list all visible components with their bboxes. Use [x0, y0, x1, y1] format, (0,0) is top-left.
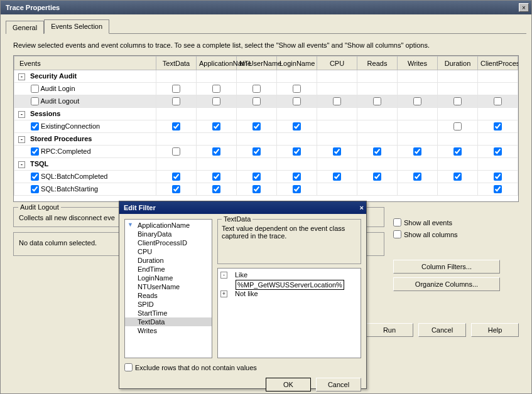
- cell[interactable]: [478, 70, 518, 83]
- column-checkbox[interactable]: [172, 85, 180, 93]
- column-list-item[interactable]: Reads: [125, 291, 212, 300]
- cell[interactable]: [438, 95, 478, 108]
- table-row[interactable]: Audit Login: [14, 83, 518, 95]
- cell[interactable]: [357, 158, 398, 171]
- cell[interactable]: [197, 146, 237, 158]
- cell[interactable]: [478, 95, 518, 108]
- show-columns-checkbox[interactable]: [393, 230, 401, 238]
- column-checkbox[interactable]: [494, 97, 502, 105]
- cell[interactable]: [277, 120, 317, 133]
- cell[interactable]: [277, 70, 317, 83]
- col-header[interactable]: ClientProcess: [478, 56, 518, 70]
- column-list-item[interactable]: BinaryData: [125, 230, 212, 238]
- collapse-icon[interactable]: -: [18, 73, 25, 80]
- column-list-item[interactable]: NTUserName: [125, 282, 212, 291]
- cell[interactable]: [398, 83, 438, 95]
- filter-value-text[interactable]: %MP_GetWSUSServerLocation%: [236, 280, 344, 290]
- cell[interactable]: [197, 83, 237, 95]
- column-checkbox[interactable]: [293, 185, 301, 193]
- table-row[interactable]: SQL:BatchStarting: [14, 183, 518, 196]
- cell[interactable]: [197, 120, 237, 133]
- cell[interactable]: [156, 158, 197, 171]
- cell[interactable]: [357, 133, 398, 146]
- column-checkbox[interactable]: [252, 147, 261, 156]
- cell[interactable]: [438, 70, 478, 83]
- cell[interactable]: [357, 120, 398, 133]
- cell[interactable]: [197, 171, 237, 183]
- filter-tree[interactable]: - Like %MP_GetWSUSServerLocation% + Not …: [217, 268, 361, 358]
- event-checkbox[interactable]: [31, 97, 39, 105]
- cell[interactable]: [156, 120, 197, 133]
- column-checkbox[interactable]: [453, 122, 462, 130]
- column-checkbox[interactable]: [333, 147, 341, 156]
- cell[interactable]: [277, 158, 317, 171]
- event-checkbox[interactable]: [31, 185, 39, 193]
- run-button[interactable]: Run: [366, 323, 413, 337]
- cell[interactable]: [237, 133, 277, 146]
- cell[interactable]: [156, 183, 197, 196]
- cell[interactable]: [317, 183, 357, 196]
- table-row[interactable]: -TSQL: [14, 158, 518, 171]
- cell[interactable]: [156, 95, 197, 108]
- column-checkbox[interactable]: [453, 147, 462, 156]
- exclude-checkbox[interactable]: [124, 363, 133, 371]
- cell[interactable]: [478, 83, 518, 95]
- cell[interactable]: [317, 120, 357, 133]
- col-header[interactable]: ApplicationName: [197, 56, 237, 70]
- column-checkbox[interactable]: [212, 173, 220, 181]
- cell[interactable]: [438, 108, 478, 120]
- opt-show-columns[interactable]: Show all columns: [393, 230, 519, 238]
- cell[interactable]: [237, 108, 277, 120]
- column-checkbox[interactable]: [293, 85, 301, 93]
- column-checkbox[interactable]: [494, 147, 502, 156]
- column-checkbox[interactable]: [252, 173, 261, 181]
- column-checkbox[interactable]: [252, 185, 261, 193]
- cell[interactable]: [478, 146, 518, 158]
- cell[interactable]: [357, 146, 398, 158]
- cell[interactable]: [398, 70, 438, 83]
- column-checkbox[interactable]: [293, 122, 301, 130]
- cell[interactable]: [398, 108, 438, 120]
- cell[interactable]: [478, 133, 518, 146]
- col-header[interactable]: CPU: [317, 56, 357, 70]
- cell[interactable]: [197, 133, 237, 146]
- cell[interactable]: [398, 183, 438, 196]
- column-checkbox[interactable]: [212, 97, 220, 105]
- cell[interactable]: [237, 146, 277, 158]
- events-grid[interactable]: EventsTextDataApplicationNameNTUserNameL…: [13, 55, 519, 202]
- table-row[interactable]: -Stored Procedures: [14, 133, 518, 146]
- cell[interactable]: [357, 83, 398, 95]
- column-list-item[interactable]: EndTime: [125, 265, 212, 274]
- cell[interactable]: [277, 171, 317, 183]
- column-checkbox[interactable]: [293, 97, 301, 105]
- column-list-item[interactable]: ClientProcessID: [125, 238, 212, 247]
- cell[interactable]: [277, 108, 317, 120]
- cancel-button[interactable]: Cancel: [418, 323, 466, 337]
- column-filters-button[interactable]: Column Filters...: [393, 260, 500, 274]
- column-list[interactable]: ApplicationNameBinaryDataClientProcessID…: [124, 219, 212, 358]
- cell[interactable]: [237, 83, 277, 95]
- cell[interactable]: [197, 183, 237, 196]
- column-list-item[interactable]: Duration: [125, 256, 212, 265]
- column-checkbox[interactable]: [172, 147, 180, 156]
- cell[interactable]: [398, 95, 438, 108]
- dialog-close-icon[interactable]: ×: [360, 204, 364, 211]
- table-row[interactable]: -Security Audit: [14, 70, 518, 83]
- col-header[interactable]: Reads: [357, 56, 398, 70]
- cell[interactable]: [156, 171, 197, 183]
- column-checkbox[interactable]: [172, 173, 180, 181]
- like-node[interactable]: - Like: [220, 271, 358, 279]
- col-header[interactable]: LoginName: [277, 56, 317, 70]
- cell[interactable]: [438, 83, 478, 95]
- column-checkbox[interactable]: [252, 97, 261, 105]
- close-icon[interactable]: ×: [519, 3, 529, 12]
- table-row[interactable]: SQL:BatchCompleted: [14, 171, 518, 183]
- column-checkbox[interactable]: [494, 185, 502, 193]
- cell[interactable]: [197, 108, 237, 120]
- col-header[interactable]: Events: [14, 56, 156, 70]
- opt-show-events[interactable]: Show all events: [393, 218, 519, 226]
- column-checkbox[interactable]: [293, 147, 301, 156]
- cell[interactable]: [156, 133, 197, 146]
- cell[interactable]: [156, 70, 197, 83]
- cell[interactable]: [478, 120, 518, 133]
